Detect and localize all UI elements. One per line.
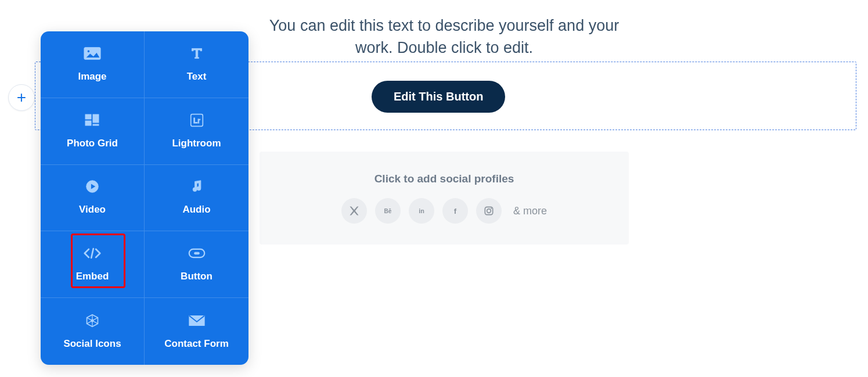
svg-rect-2	[85, 114, 91, 119]
text-icon	[188, 46, 206, 60]
block-option-embed[interactable]: Embed	[41, 231, 145, 298]
edit-this-button[interactable]: Edit This Button	[372, 81, 505, 113]
social-icon-row: Bē in f & more	[341, 198, 547, 224]
svg-text:f: f	[454, 207, 457, 216]
instagram-icon	[483, 205, 495, 217]
block-option-label: Image	[78, 71, 106, 82]
svg-point-1	[87, 50, 90, 53]
block-option-label: Social Icons	[63, 338, 121, 350]
social-behance-button[interactable]: Bē	[375, 198, 401, 224]
block-option-contact-form[interactable]: Contact Form	[145, 298, 248, 365]
social-icon	[84, 314, 101, 328]
video-icon	[84, 179, 101, 193]
block-option-audio[interactable]: Audio	[145, 165, 248, 232]
svg-text:Lr: Lr	[193, 117, 200, 125]
plus-icon: +	[17, 88, 26, 107]
contact-icon	[188, 314, 206, 328]
facebook-icon: f	[449, 205, 461, 217]
svg-rect-3	[93, 114, 99, 123]
social-x-button[interactable]	[341, 198, 367, 224]
block-option-label: Video	[79, 204, 106, 216]
block-option-label: Button	[181, 271, 213, 282]
social-profiles-placeholder[interactable]: Click to add social profiles Bē in f & m…	[260, 152, 629, 245]
social-linkedin-button[interactable]: in	[409, 198, 434, 224]
lightroom-icon: Lr	[188, 113, 206, 127]
x-icon	[348, 205, 360, 217]
image-icon	[84, 46, 101, 60]
svg-point-18	[491, 208, 492, 209]
block-option-lightroom[interactable]: Lr Lightroom	[145, 98, 248, 165]
block-option-label: Photo Grid	[67, 138, 118, 149]
linkedin-icon: in	[416, 205, 427, 217]
svg-rect-10	[194, 253, 199, 255]
svg-text:in: in	[419, 207, 424, 214]
button-icon	[188, 246, 206, 260]
svg-rect-4	[85, 121, 91, 125]
block-option-image[interactable]: Image	[41, 31, 145, 98]
svg-point-17	[487, 209, 491, 213]
svg-point-11	[91, 319, 93, 321]
block-option-label: Lightroom	[172, 138, 221, 149]
behance-icon: Bē	[382, 205, 394, 217]
block-option-social-icons[interactable]: Social Icons	[41, 298, 145, 365]
svg-rect-5	[93, 124, 99, 125]
block-option-text[interactable]: Text	[145, 31, 248, 98]
block-option-label: Embed	[76, 271, 109, 282]
block-option-button[interactable]: Button	[145, 231, 248, 298]
social-facebook-button[interactable]: f	[442, 198, 468, 224]
block-option-photo-grid[interactable]: Photo Grid	[41, 98, 145, 165]
social-more-link[interactable]: & more	[513, 205, 547, 217]
block-option-video[interactable]: Video	[41, 165, 145, 232]
block-option-label: Text	[187, 71, 207, 82]
audio-icon	[188, 179, 206, 193]
add-block-button[interactable]: +	[8, 84, 35, 111]
grid-icon	[84, 113, 101, 127]
block-picker-panel: Image Text Photo Grid Lr Lightroom Video	[41, 31, 248, 365]
block-option-label: Contact Form	[164, 338, 229, 350]
description-text[interactable]: You can edit this text to describe yours…	[260, 15, 629, 59]
social-title: Click to add social profiles	[374, 173, 514, 185]
block-option-label: Audio	[182, 204, 210, 216]
embed-icon	[84, 246, 101, 260]
social-instagram-button[interactable]	[476, 198, 502, 224]
svg-text:Bē: Bē	[384, 208, 392, 214]
